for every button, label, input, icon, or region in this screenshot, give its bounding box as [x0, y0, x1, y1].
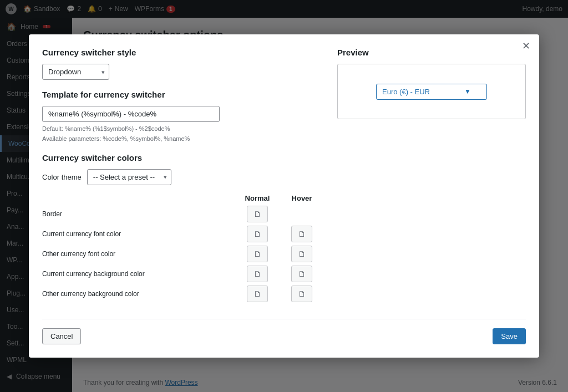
current-font-hover-picker[interactable]: 🗋: [291, 226, 312, 242]
color-theme-row: Color theme -- Select a preset --: [42, 169, 324, 185]
current-font-label: Current currency font color: [42, 230, 235, 238]
border-normal-picker[interactable]: 🗋: [247, 206, 268, 222]
border-label: Border: [42, 210, 235, 218]
other-font-normal-cell: 🗋: [235, 246, 280, 262]
preview-dropdown-arrow: ▼: [464, 88, 471, 95]
style-section-title: Currency switcher style: [42, 48, 324, 57]
template-default-text: Default: %name% (%1$symbol%) - %2$code%: [42, 124, 324, 134]
color-theme-label: Color theme: [42, 173, 82, 181]
color-row-other-bg: Other currency background color 🗋 🗋: [42, 286, 324, 302]
modal-dialog: ✕ Currency switcher style Dropdown List …: [29, 34, 539, 357]
template-section-title: Template for currency switcher: [42, 90, 324, 99]
template-params-text: Available parameters: %code%, %symbol%, …: [42, 134, 324, 144]
current-bg-normal-cell: 🗋: [235, 266, 280, 282]
color-theme-dropdown[interactable]: -- Select a preset --: [87, 169, 171, 185]
current-font-normal-cell: 🗋: [235, 226, 280, 242]
modal-left-column: Currency switcher style Dropdown List Ra…: [42, 48, 324, 305]
color-picker-icon-7: 🗋: [298, 269, 306, 278]
color-row-border: Border 🗋: [42, 206, 324, 222]
other-bg-label: Other currency background color: [42, 290, 235, 298]
col-hover-header: Hover: [280, 194, 324, 202]
color-picker-icon-3: 🗋: [298, 230, 306, 238]
other-font-hover-picker[interactable]: 🗋: [291, 246, 312, 262]
color-row-other-font: Other currency font color 🗋 🗋: [42, 246, 324, 262]
colors-table-header: Normal Hover: [42, 194, 324, 202]
current-bg-label: Current currency background color: [42, 270, 235, 278]
template-input[interactable]: [42, 106, 220, 122]
current-bg-normal-picker[interactable]: 🗋: [247, 266, 268, 282]
style-select-wrapper: Dropdown List Radio buttons Flags: [42, 64, 109, 80]
template-default-help: Default: %name% (%1$symbol%) - %2$code% …: [42, 124, 324, 144]
current-font-hover-cell: 🗋: [280, 226, 324, 242]
color-picker-icon-5: 🗋: [298, 250, 306, 258]
other-font-hover-cell: 🗋: [280, 246, 324, 262]
other-bg-normal-cell: 🗋: [235, 286, 280, 302]
other-bg-hover-cell: 🗋: [280, 286, 324, 302]
colors-section: Currency switcher colors Color theme -- …: [42, 153, 324, 302]
color-picker-icon-8: 🗋: [253, 289, 261, 298]
other-bg-normal-picker[interactable]: 🗋: [247, 286, 268, 302]
modal-overlay: ✕ Currency switcher style Dropdown List …: [0, 0, 568, 392]
preview-title: Preview: [337, 48, 526, 57]
modal-right-column: Preview Euro (€) - EUR ▼: [337, 48, 526, 305]
color-picker-icon: 🗋: [253, 210, 261, 218]
color-row-current-font: Current currency font color 🗋 🗋: [42, 226, 324, 242]
preview-text: Euro (€) - EUR: [382, 88, 430, 96]
preview-dropdown: Euro (€) - EUR ▼: [376, 84, 487, 100]
cancel-button[interactable]: Cancel: [42, 328, 81, 344]
preview-box: Euro (€) - EUR ▼: [337, 64, 526, 119]
save-button[interactable]: Save: [493, 328, 526, 344]
style-section: Currency switcher style Dropdown List Ra…: [42, 48, 324, 80]
color-row-current-bg: Current currency background color 🗋 🗋: [42, 266, 324, 282]
color-picker-icon-2: 🗋: [253, 230, 261, 238]
border-normal-cell: 🗋: [235, 206, 280, 222]
col-normal-header: Normal: [235, 194, 280, 202]
admin-background: W 🏠 Sandbox 💬 2 🔔 0 + New WPForms 1 Howd…: [0, 0, 568, 392]
color-picker-icon-6: 🗋: [253, 269, 261, 278]
color-theme-select-wrapper: -- Select a preset --: [87, 169, 171, 185]
current-bg-hover-picker[interactable]: 🗋: [291, 266, 312, 282]
modal-close-button[interactable]: ✕: [522, 41, 530, 51]
other-bg-hover-picker[interactable]: 🗋: [291, 286, 312, 302]
style-dropdown[interactable]: Dropdown List Radio buttons Flags: [42, 64, 109, 80]
template-section: Template for currency switcher Default: …: [42, 90, 324, 144]
color-picker-icon-9: 🗋: [298, 289, 306, 298]
modal-body: Currency switcher style Dropdown List Ra…: [42, 48, 526, 305]
current-bg-hover-cell: 🗋: [280, 266, 324, 282]
other-font-normal-picker[interactable]: 🗋: [247, 246, 268, 262]
current-font-normal-picker[interactable]: 🗋: [247, 226, 268, 242]
modal-footer: Cancel Save: [42, 319, 526, 344]
colors-section-title: Currency switcher colors: [42, 153, 324, 162]
color-picker-icon-4: 🗋: [253, 250, 261, 258]
other-font-label: Other currency font color: [42, 250, 235, 258]
